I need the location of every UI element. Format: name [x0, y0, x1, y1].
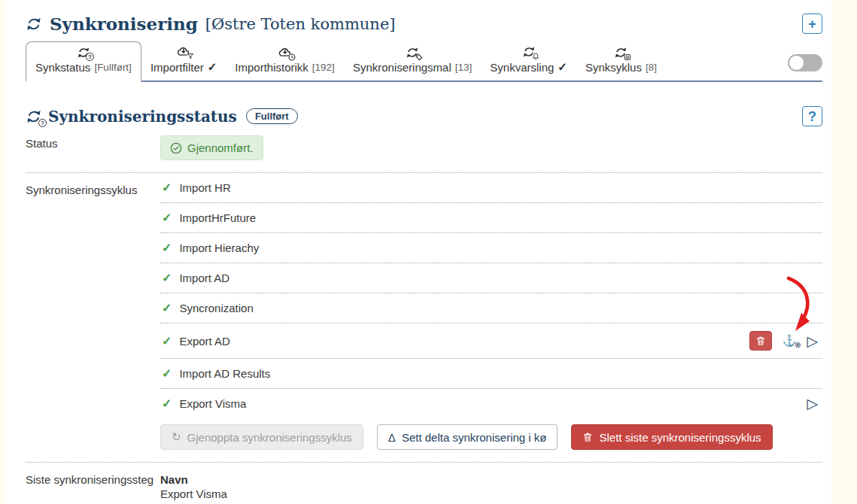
- tab-importhistorikk[interactable]: Importhistorikk [192]: [226, 42, 344, 80]
- cycle-buttons: ↻ Gjenoppta synkroniseringssyklus Δ Sett…: [160, 424, 822, 450]
- cloud-import-history-icon: [278, 46, 292, 59]
- status-row: Status Gjennomført.: [26, 126, 822, 173]
- tab-synkroniseringsmal[interactable]: Synkroniseringsmal [13]: [344, 42, 481, 80]
- tab-synksyklus[interactable]: Synksyklus [8]: [576, 42, 666, 80]
- check-icon: ✓: [162, 301, 172, 315]
- check-icon: ✓: [162, 334, 172, 348]
- cycle-step: ✓ Import HR: [160, 173, 822, 203]
- tab-label: Synkstatus: [35, 61, 90, 74]
- name-label: Navn: [160, 463, 822, 486]
- add-button[interactable]: +: [802, 14, 822, 34]
- cycle-step: ✓ Import AD: [160, 263, 822, 293]
- trash-icon: [755, 335, 766, 346]
- play-icon[interactable]: ▷: [807, 334, 818, 348]
- tab-badge: [Fullført]: [94, 62, 132, 73]
- tab-label: Synksyklus: [585, 61, 642, 74]
- status-label: Status: [26, 126, 160, 172]
- delta-icon: Δ: [388, 431, 396, 444]
- check-icon: ✓: [162, 271, 172, 285]
- check-icon: ✓: [162, 241, 172, 255]
- check-icon: ✓: [162, 366, 172, 381]
- trash-icon: [582, 432, 593, 442]
- id-label: Id: [160, 500, 822, 504]
- circle-check-icon: [170, 142, 182, 154]
- delete-step-button[interactable]: [749, 331, 772, 351]
- cycle-step: ✓ ImportHrFuture: [160, 203, 822, 233]
- name-value: Export Visma: [160, 486, 822, 500]
- page-subtitle: [Østre Toten kommune]: [205, 15, 396, 33]
- cycle-row: Synkroniseringssyklus ✓ Import HR ✓ Impo…: [26, 173, 822, 462]
- check-icon: ✓: [162, 211, 172, 225]
- cycle-step: ✓ Syncronization: [160, 293, 822, 323]
- tab-synkstatus[interactable]: ? Synkstatus [Fullført]: [26, 41, 141, 82]
- anchor-cancel-icon[interactable]: ⚓⊗: [783, 334, 797, 348]
- check-icon: ✓: [162, 181, 172, 195]
- sync-tag-icon: [406, 46, 419, 59]
- tab-bar: ? Synkstatus [Fullført] Importfilter ✓: [26, 41, 822, 82]
- sync-icon: [26, 16, 42, 32]
- cycle-step-list: ✓ Import HR ✓ ImportHrFuture ✓ Import Hi…: [160, 173, 822, 418]
- tab-importfilter[interactable]: Importfilter ✓: [141, 41, 226, 80]
- sync-question-icon: ?: [26, 108, 42, 125]
- page-title: Synkronisering: [50, 14, 198, 34]
- check-icon: ✓: [162, 396, 172, 411]
- tab-badge: [192]: [312, 62, 335, 73]
- cycle-label: Synkroniseringssyklus: [26, 173, 160, 462]
- main-content: Synkronisering [Østre Toten kommune] + ?…: [6, 0, 831, 504]
- cycle-step-export-visma: ✓ Export Visma ▷: [160, 389, 822, 418]
- sync-bell-icon: [522, 45, 536, 59]
- cycle-step: ✓ Import Hierachy: [160, 233, 822, 263]
- section-header: ? Synkroniseringsstatus Fullført ?: [26, 106, 822, 126]
- cloud-import-filter-icon: [177, 45, 190, 59]
- step-actions: ⚓⊗ ▷: [749, 331, 821, 351]
- redo-icon: ↻: [172, 430, 181, 444]
- tab-check: ✓: [208, 60, 217, 74]
- queue-delta-sync-button[interactable]: Δ Sett delta synkronisering i kø: [377, 424, 558, 450]
- tab-label: Synkroniseringsmal: [353, 61, 451, 74]
- play-icon[interactable]: ▷: [807, 396, 818, 411]
- toggle-knob: [789, 56, 804, 70]
- tab-check: ✓: [558, 60, 567, 74]
- tab-label: Importhistorikk: [235, 61, 308, 74]
- tab-label: Synkvarsling: [490, 61, 554, 74]
- step-actions: ▷: [807, 396, 821, 411]
- tab-badge: [13]: [455, 62, 473, 73]
- status-badge: Gjennomført.: [160, 135, 263, 160]
- page-header: Synkronisering [Østre Toten kommune] +: [26, 14, 822, 34]
- help-button[interactable]: ?: [802, 106, 822, 126]
- sync-list-icon: [614, 46, 628, 59]
- toggle-switch[interactable]: [788, 54, 822, 71]
- delete-last-cycle-button[interactable]: Slett siste synkroniseringssyklus: [571, 424, 772, 450]
- section-title: Synkroniseringsstatus: [48, 108, 237, 126]
- cycle-step-export-ad: ✓ Export AD ⚓⊗ ▷: [160, 323, 822, 359]
- section-status-pill: Fullført: [246, 108, 298, 124]
- tab-synkvarsling[interactable]: Synkvarsling ✓: [481, 41, 576, 80]
- sync-question-icon: ?: [77, 46, 90, 59]
- cycle-step: ✓ Import AD Results: [160, 359, 822, 389]
- tab-badge: [8]: [646, 62, 657, 73]
- tab-label: Importfilter: [150, 61, 204, 74]
- resume-cycle-button[interactable]: ↻ Gjenoppta synkroniseringssyklus: [160, 424, 363, 450]
- last-step-row: Siste synkroniseringssteg Navn Export Vi…: [26, 462, 822, 504]
- last-step-label: Siste synkroniseringssteg: [26, 463, 160, 504]
